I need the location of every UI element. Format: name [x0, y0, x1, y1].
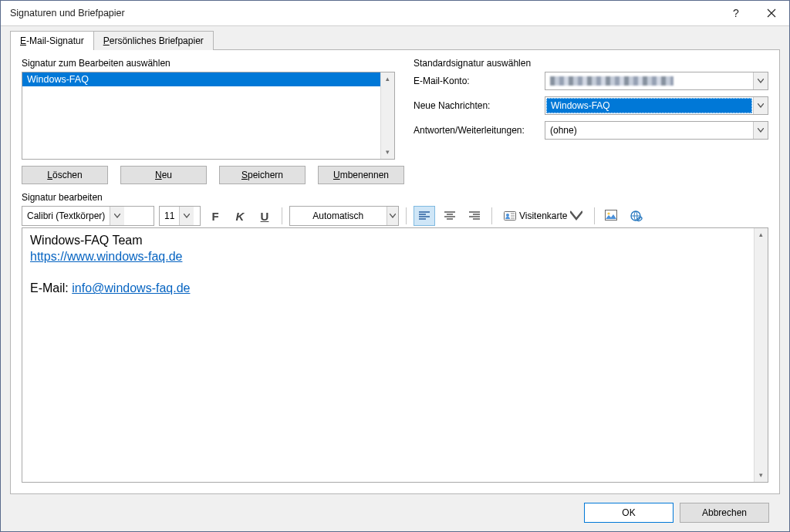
editor-content[interactable]: Windows-FAQ Team https://www.windows-faq…	[22, 228, 754, 482]
separator	[594, 207, 595, 224]
close-button[interactable]	[754, 1, 789, 25]
ok-button[interactable]: OK	[584, 503, 674, 523]
scroll-down-icon: ▾	[386, 146, 390, 159]
font-color-combo[interactable]: Automatisch	[289, 206, 399, 226]
chevron-down-icon	[387, 207, 398, 225]
rename-button[interactable]: Umbenennen	[318, 166, 404, 184]
tabstrip: E-Mail-Signatur Persönliches Briefpapier	[10, 31, 780, 50]
align-center-button[interactable]	[440, 207, 460, 225]
svg-point-3	[608, 212, 610, 214]
picture-icon	[605, 210, 619, 222]
delete-button[interactable]: Löschen	[22, 166, 108, 184]
italic-button[interactable]: K	[230, 207, 250, 225]
chevron-down-icon	[110, 207, 124, 225]
bold-button[interactable]: F	[205, 207, 225, 225]
save-button[interactable]: Speichern	[219, 166, 306, 184]
default-signature-label: Standardsignatur auswählen	[414, 58, 768, 69]
insert-picture-button[interactable]	[602, 207, 622, 225]
chevron-down-icon	[179, 207, 194, 225]
scroll-up-icon: ▴	[386, 72, 390, 86]
align-right-button[interactable]	[464, 207, 484, 225]
signature-list-scrollbar[interactable]: ▴ ▾	[380, 72, 394, 159]
email-account-combo[interactable]	[545, 72, 768, 90]
chevron-down-icon	[753, 72, 768, 89]
chevron-down-icon	[753, 97, 768, 114]
new-messages-combo[interactable]: Windows-FAQ	[545, 96, 768, 115]
separator	[491, 207, 492, 224]
separator	[406, 207, 407, 224]
tab-email-signature[interactable]: E-Mail-Signatur	[10, 31, 94, 50]
cancel-button[interactable]: Abbrechen	[680, 503, 769, 523]
business-card-icon	[504, 210, 516, 221]
editor-line: E-Mail: info@windows-faq.de	[30, 281, 746, 297]
close-icon	[767, 8, 776, 18]
align-center-icon	[444, 211, 455, 221]
help-button[interactable]: ?	[718, 1, 754, 25]
chevron-down-icon	[753, 122, 768, 139]
new-messages-label: Neue Nachrichten:	[414, 100, 545, 111]
align-left-icon	[419, 211, 430, 221]
email-account-label: E-Mail-Konto:	[414, 76, 545, 86]
signature-list-item[interactable]: Windows-FAQ	[22, 72, 380, 86]
replies-forwards-combo[interactable]: (ohne)	[545, 121, 768, 140]
editor-link[interactable]: info@windows-faq.de	[72, 281, 190, 295]
signatures-dialog: Signaturen und Briefpapier ? E-Mail-Sign…	[0, 0, 790, 532]
svg-point-1	[506, 214, 509, 217]
edit-signature-label: Signatur bearbeiten	[22, 192, 768, 203]
align-left-button[interactable]	[414, 206, 435, 226]
chevron-down-icon	[570, 210, 582, 221]
tab-panel: Signatur zum Bearbeiten auswählen Window…	[10, 49, 780, 494]
editor-link[interactable]: https://www.windows-faq.de	[30, 250, 182, 263]
editor-line: Windows-FAQ Team	[30, 233, 746, 249]
scroll-up-icon: ▴	[759, 228, 763, 241]
new-button[interactable]: Neu	[120, 166, 207, 184]
underline-button[interactable]: U	[255, 207, 275, 225]
scroll-down-icon: ▾	[759, 469, 763, 482]
signature-editor[interactable]: Windows-FAQ Team https://www.windows-faq…	[22, 227, 768, 483]
hyperlink-icon	[630, 210, 643, 222]
align-right-icon	[469, 211, 480, 221]
editor-toolbar: Calibri (Textkörper) 11 F K U Automatisc…	[22, 206, 768, 226]
dialog-footer: OK Abbrechen	[10, 494, 780, 531]
font-size-combo[interactable]: 11	[159, 206, 201, 226]
editor-line: https://www.windows-faq.de	[30, 249, 746, 265]
titlebar: Signaturen und Briefpapier ?	[1, 1, 789, 26]
replies-forwards-label: Antworten/Weiterleitungen:	[414, 125, 545, 136]
tab-personal-stationery[interactable]: Persönliches Briefpapier	[93, 31, 214, 50]
business-card-button[interactable]: Visitenkarte	[499, 207, 587, 225]
signature-list-label: Signatur zum Bearbeiten auswählen	[22, 58, 395, 69]
window-title: Signaturen und Briefpapier	[10, 8, 718, 19]
font-family-combo[interactable]: Calibri (Textkörper)	[22, 206, 154, 226]
separator	[282, 207, 282, 224]
editor-scrollbar[interactable]: ▴ ▾	[754, 228, 768, 482]
signature-list[interactable]: Windows-FAQ ▴ ▾	[22, 72, 395, 160]
insert-hyperlink-button[interactable]	[626, 207, 647, 225]
